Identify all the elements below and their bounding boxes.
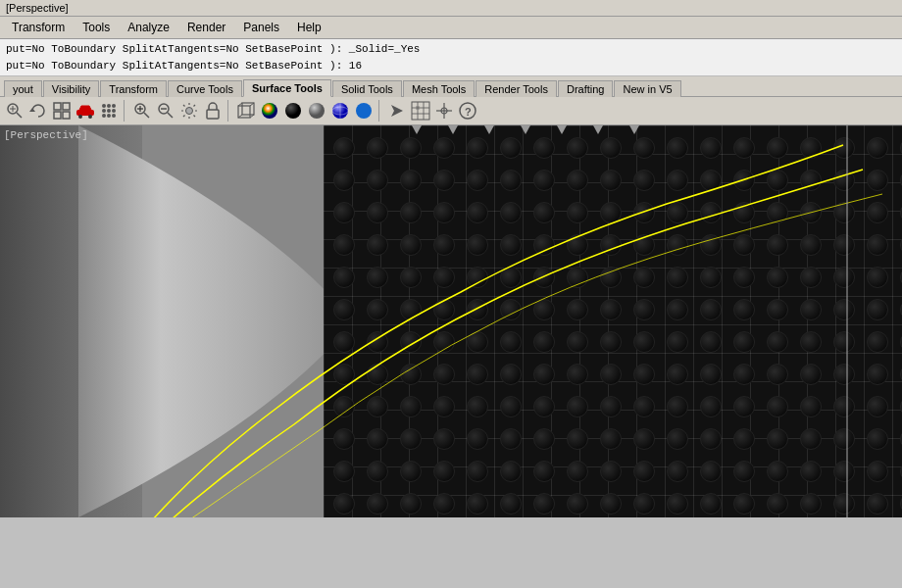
tab-new-v5[interactable]: New in V5 bbox=[614, 80, 680, 97]
hole bbox=[533, 428, 555, 450]
hole bbox=[533, 234, 555, 256]
hole bbox=[633, 202, 655, 223]
hole bbox=[633, 364, 655, 385]
globe-sphere-icon[interactable] bbox=[329, 100, 351, 122]
hole bbox=[400, 364, 422, 385]
light-icon[interactable] bbox=[178, 100, 200, 122]
svg-line-1 bbox=[17, 113, 22, 118]
hole bbox=[567, 267, 588, 288]
dots-icon[interactable] bbox=[98, 100, 120, 122]
tab-mesh-tools[interactable]: Mesh Tools bbox=[403, 80, 475, 97]
blue-circle-icon[interactable] bbox=[353, 100, 375, 122]
hole bbox=[567, 137, 588, 159]
magnify-icon[interactable] bbox=[4, 100, 25, 122]
viewport[interactable]: // Generate holes dynamically (function(… bbox=[0, 125, 902, 517]
svg-point-15 bbox=[107, 109, 111, 113]
hole bbox=[833, 234, 855, 256]
hole bbox=[767, 461, 788, 482]
hole bbox=[500, 331, 522, 353]
hole bbox=[633, 331, 655, 353]
hole bbox=[667, 493, 688, 514]
hole bbox=[800, 202, 822, 223]
hole bbox=[433, 461, 455, 482]
menu-render[interactable]: Render bbox=[179, 19, 233, 36]
hole bbox=[633, 299, 655, 320]
hole bbox=[567, 299, 588, 320]
hole bbox=[500, 493, 522, 514]
tab-visibility[interactable]: Visibility bbox=[43, 80, 100, 97]
hole bbox=[700, 234, 722, 256]
lock-icon[interactable] bbox=[202, 100, 224, 122]
hole bbox=[467, 364, 488, 385]
tab-drafting[interactable]: Drafting bbox=[558, 80, 614, 97]
hole bbox=[500, 364, 522, 385]
tab-surface-tools[interactable]: Surface Tools bbox=[243, 79, 331, 97]
menu-panels[interactable]: Panels bbox=[235, 19, 287, 36]
svg-point-12 bbox=[102, 104, 106, 108]
hole bbox=[867, 461, 888, 482]
hole bbox=[567, 234, 588, 256]
tab-solid-tools[interactable]: Solid Tools bbox=[332, 80, 402, 97]
arrow-icon[interactable] bbox=[386, 100, 408, 122]
menu-analyze[interactable]: Analyze bbox=[120, 19, 177, 36]
svg-rect-9 bbox=[76, 110, 94, 116]
shaded-sphere-icon[interactable] bbox=[306, 100, 327, 122]
hole bbox=[467, 493, 488, 514]
grid-layout-icon[interactable] bbox=[51, 100, 73, 122]
hole bbox=[567, 364, 588, 385]
menu-transform[interactable]: Transform bbox=[4, 19, 73, 36]
hole bbox=[500, 461, 522, 482]
hole bbox=[667, 267, 688, 288]
hole bbox=[500, 428, 522, 450]
tab-transform[interactable]: Transform bbox=[100, 80, 167, 97]
zoom-out-icon[interactable] bbox=[155, 100, 176, 122]
tab-render-tools[interactable]: Render Tools bbox=[476, 80, 557, 97]
hole bbox=[433, 493, 455, 514]
hole bbox=[367, 267, 388, 288]
svg-point-11 bbox=[88, 115, 92, 119]
hole bbox=[767, 137, 788, 159]
hole bbox=[467, 331, 488, 353]
svg-point-50 bbox=[356, 103, 372, 119]
snap-grid-icon[interactable] bbox=[410, 100, 431, 122]
hole bbox=[600, 234, 622, 256]
hole bbox=[500, 202, 522, 223]
color-sphere-icon[interactable] bbox=[259, 100, 280, 122]
hole bbox=[467, 267, 488, 288]
hole bbox=[700, 396, 722, 417]
hole bbox=[800, 299, 822, 320]
rotate-icon[interactable] bbox=[27, 100, 49, 122]
svg-line-35 bbox=[194, 105, 196, 107]
hole bbox=[467, 202, 488, 223]
car-icon[interactable] bbox=[75, 100, 96, 122]
hole bbox=[567, 461, 588, 482]
zoom-in-icon[interactable] bbox=[131, 100, 153, 122]
menu-tools[interactable]: Tools bbox=[75, 19, 118, 36]
tab-layout[interactable]: yout bbox=[4, 80, 42, 97]
hole bbox=[533, 170, 555, 191]
menu-help[interactable]: Help bbox=[289, 19, 329, 36]
hole bbox=[633, 396, 655, 417]
hole bbox=[400, 299, 422, 320]
hole bbox=[600, 170, 622, 191]
hole bbox=[467, 137, 488, 159]
title-text: [Perspective] bbox=[6, 2, 69, 14]
hole bbox=[600, 396, 622, 417]
hole bbox=[400, 137, 422, 159]
hole bbox=[333, 428, 355, 450]
svg-point-18 bbox=[102, 114, 106, 118]
tab-curve-tools[interactable]: Curve Tools bbox=[168, 80, 242, 97]
hole bbox=[733, 299, 755, 320]
hole bbox=[800, 234, 822, 256]
help-icon[interactable]: ? bbox=[457, 100, 478, 122]
hole bbox=[767, 364, 788, 385]
hole bbox=[867, 267, 888, 288]
black-sphere-icon[interactable] bbox=[282, 100, 304, 122]
svg-line-22 bbox=[144, 113, 149, 118]
hole bbox=[633, 493, 655, 514]
hole bbox=[333, 396, 355, 417]
hole bbox=[800, 396, 822, 417]
wireframe-cube-icon[interactable] bbox=[235, 100, 257, 122]
cursor-icon[interactable] bbox=[433, 100, 455, 122]
hole bbox=[833, 396, 855, 417]
